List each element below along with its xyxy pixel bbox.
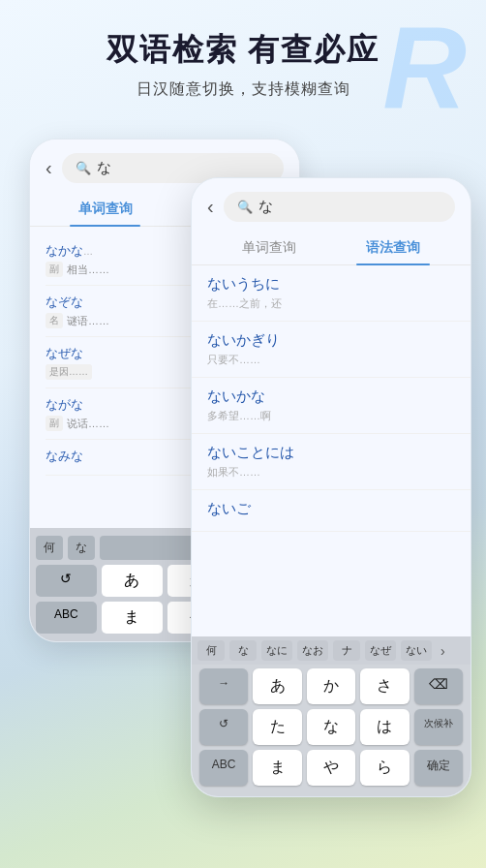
candidate-nani[interactable]: 何 xyxy=(197,640,225,661)
candidates-expand-icon[interactable]: › xyxy=(440,643,445,659)
front-phone-header: ‹ 🔍 な xyxy=(192,178,471,232)
bg-logo: R xyxy=(382,10,467,126)
key-arrow-forward[interactable]: → xyxy=(199,668,248,704)
grammar-desc: 如果不…… xyxy=(207,465,455,480)
key-abc: ABC xyxy=(36,602,97,634)
key-confirm[interactable]: 确定 xyxy=(414,750,463,786)
front-phone-search-text: な xyxy=(258,198,273,216)
front-phone-tabs: 单词查询 语法查询 xyxy=(192,232,471,265)
list-item-tag: 副 xyxy=(46,262,63,277)
back-phone-search-icon: 🔍 xyxy=(76,161,91,175)
key-delete[interactable]: ⌫ xyxy=(414,668,463,704)
key-na: な xyxy=(68,536,95,560)
back-phone-search-text: な xyxy=(97,159,111,177)
front-phone-search-bar[interactable]: 🔍 な xyxy=(224,192,455,222)
grammar-desc: 在……之前，还 xyxy=(207,296,455,311)
key-ta-hiragana[interactable]: た xyxy=(253,709,301,745)
keyboard-row-3: ABC ま や ら 确定 xyxy=(199,750,463,786)
grammar-desc: 多希望……啊 xyxy=(207,409,455,423)
list-item-desc: 相当…… xyxy=(67,263,109,277)
grammar-title: ないご xyxy=(207,500,455,518)
keyboard-row-2: ↺ た な は 次候补 xyxy=(199,709,463,745)
list-item-tag: 是因…… xyxy=(46,364,92,380)
grammar-title: ないかな xyxy=(207,388,455,406)
grammar-title: ないかぎり xyxy=(207,331,455,350)
key-undo: ↺ xyxy=(36,565,97,597)
front-phone-back-arrow[interactable]: ‹ xyxy=(207,196,214,218)
keyboard-row-1: → あ か さ ⌫ xyxy=(199,668,463,704)
key-a: あ xyxy=(102,565,163,597)
key-sa-hiragana[interactable]: さ xyxy=(360,668,409,704)
list-item-desc: 谜语…… xyxy=(67,314,109,328)
key-ka-hiragana[interactable]: か xyxy=(307,668,355,704)
key-next-candidate[interactable]: 次候补 xyxy=(414,709,463,745)
keyboard-main-rows: → あ か さ ⌫ ↺ た な は 次候补 ABC ま xyxy=(192,665,471,796)
keyboard-candidates-row: 何 な なに なお ナ なぜ ない › xyxy=(192,636,471,665)
key-na-hiragana[interactable]: な xyxy=(307,709,355,745)
list-item-desc: 说话…… xyxy=(67,417,109,431)
key-ha-hiragana[interactable]: は xyxy=(360,709,409,745)
candidate-na[interactable]: な xyxy=(229,640,257,661)
back-phone-tab-vocab[interactable]: 单词查询 xyxy=(46,193,165,226)
grammar-item[interactable]: ないご xyxy=(192,490,471,532)
key-ma-hiragana[interactable]: ま xyxy=(253,750,301,786)
key-undo[interactable]: ↺ xyxy=(199,709,248,745)
candidate-na-kata[interactable]: ナ xyxy=(333,640,360,661)
front-phone-tab-vocab[interactable]: 单词查询 xyxy=(207,232,331,264)
key-ya-hiragana[interactable]: や xyxy=(307,750,355,786)
key-ma: ま xyxy=(102,602,163,634)
front-phone-search-icon: 🔍 xyxy=(237,200,253,214)
front-phone-keyboard: 何 な なに なお ナ なぜ ない › → あ か さ ⌫ xyxy=(192,636,471,796)
key-abc-switch[interactable]: ABC xyxy=(199,750,248,786)
grammar-item[interactable]: ないことには 如果不…… xyxy=(192,434,471,490)
grammar-item[interactable]: ないうちに 在……之前，还 xyxy=(192,265,471,322)
key-a-hiragana[interactable]: あ xyxy=(253,668,301,704)
candidate-nai[interactable]: ない xyxy=(401,640,432,661)
grammar-title: ないことには xyxy=(207,444,455,462)
candidate-naze[interactable]: なぜ xyxy=(365,640,396,661)
front-phone-tab-grammar[interactable]: 语法查询 xyxy=(331,232,455,264)
key-ra-hiragana[interactable]: ら xyxy=(360,750,409,786)
list-item-tag: 名 xyxy=(46,313,63,328)
grammar-item[interactable]: ないかな 多希望……啊 xyxy=(192,378,471,434)
list-item-tag: 副 xyxy=(46,416,63,431)
candidate-nao[interactable]: なお xyxy=(297,640,328,661)
key-nani: 何 xyxy=(36,536,63,560)
phones-container: ‹ 🔍 な 单词查询 语法查询 なかな… 副 相当…… なぞ xyxy=(0,119,486,817)
back-phone-back-arrow[interactable]: ‹ xyxy=(46,157,52,179)
phone-front: ‹ 🔍 な 单词查询 语法查询 ないうちに 在……之前，还 ないかぎり 只要不…… xyxy=(191,177,471,797)
grammar-item[interactable]: ないかぎり 只要不…… xyxy=(192,322,471,378)
grammar-desc: 只要不…… xyxy=(207,353,455,367)
grammar-title: ないうちに xyxy=(207,275,455,294)
front-phone-grammar-list: ないうちに 在……之前，还 ないかぎり 只要不…… ないかな 多希望……啊 ない… xyxy=(192,265,471,532)
candidate-nani2[interactable]: なに xyxy=(261,640,292,661)
